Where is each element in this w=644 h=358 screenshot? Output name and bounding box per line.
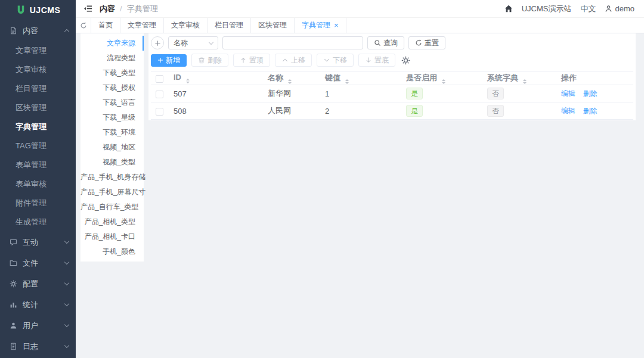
- chevron-down-icon: [64, 343, 69, 348]
- sort-carets[interactable]: [442, 79, 445, 84]
- site-link[interactable]: UJCMS演示站: [522, 4, 572, 14]
- sort-carets[interactable]: [186, 79, 190, 83]
- dict-type-item[interactable]: 文章来源: [80, 36, 144, 51]
- column-label: 键值: [325, 73, 340, 82]
- sort-carets[interactable]: [523, 79, 527, 84]
- sidebar-item-label: 附件管理: [16, 198, 47, 208]
- dict-type-item[interactable]: 下载_环境: [80, 125, 144, 140]
- delete-link[interactable]: 删除: [583, 107, 597, 115]
- dict-type-label: 产品_自行车_类型: [80, 203, 138, 211]
- sidebar-item[interactable]: 统计: [0, 294, 76, 315]
- move-bottom-button[interactable]: 置底: [358, 54, 395, 67]
- chart-icon: [10, 301, 17, 309]
- cell-value: 1: [319, 85, 400, 102]
- sidebar-item[interactable]: 日志: [0, 336, 76, 357]
- delete-button[interactable]: 删除: [191, 54, 228, 67]
- tab[interactable]: 文章管理: [120, 18, 164, 33]
- user-icon: [10, 322, 17, 329]
- add-filter-button[interactable]: [151, 36, 164, 49]
- dict-type-item[interactable]: 下载_授权: [80, 80, 144, 95]
- sidebar-item[interactable]: 互动: [0, 232, 76, 253]
- sidebar-item[interactable]: 内容: [0, 20, 76, 41]
- column-header[interactable]: 键值: [319, 71, 400, 85]
- tab[interactable]: 栏目管理: [208, 18, 251, 33]
- select-all-checkbox[interactable]: [156, 75, 163, 83]
- query-button[interactable]: 查询: [367, 36, 404, 49]
- reset-button[interactable]: 重置: [408, 36, 445, 49]
- sidebar-item[interactable]: 字典管理: [0, 117, 76, 136]
- edit-link[interactable]: 编辑: [561, 107, 575, 115]
- table-row: 508 人民网 2 是 否 编辑 删除: [151, 102, 633, 120]
- sidebar-item[interactable]: 表单审核: [0, 175, 76, 194]
- delete-link[interactable]: 删除: [583, 89, 597, 98]
- arrow-down-icon: [365, 57, 372, 64]
- sidebar-item[interactable]: 文件: [0, 253, 76, 273]
- dict-type-label: 产品_相机_卡口: [85, 232, 135, 241]
- sidebar-fold-button[interactable]: [83, 5, 92, 13]
- document-icon: [10, 27, 17, 35]
- dict-type-item[interactable]: 产品_手机_机身存储: [80, 170, 144, 185]
- tab[interactable]: 字典管理: [295, 18, 346, 33]
- dict-type-item[interactable]: 产品_相机_卡口: [80, 229, 144, 244]
- dict-type-label: 下载_授权: [103, 83, 135, 92]
- chevron-down-icon: [64, 301, 69, 306]
- move-up-button[interactable]: 上移: [275, 54, 312, 67]
- tab[interactable]: 文章审核: [164, 18, 208, 33]
- column-header[interactable]: 名称: [262, 71, 319, 85]
- brand-logo[interactable]: UJCMS: [0, 1, 76, 19]
- sidebar-item[interactable]: 配置: [0, 273, 76, 294]
- tab[interactable]: 区块管理: [251, 18, 295, 33]
- tab[interactable]: 首页: [91, 18, 120, 33]
- add-button[interactable]: 新增: [151, 54, 187, 67]
- header-actions: UJCMS演示站 中文 demo: [504, 4, 634, 14]
- column-header[interactable]: 操作: [555, 71, 633, 85]
- dict-type-item[interactable]: 手机_颜色: [80, 244, 144, 259]
- refresh-tabs-button[interactable]: [76, 18, 91, 33]
- filter-value-input[interactable]: [222, 36, 363, 49]
- column-header[interactable]: 是否启用: [400, 71, 481, 85]
- home-button[interactable]: [504, 5, 513, 13]
- dict-type-label: 视频_类型: [103, 158, 135, 166]
- dict-type-item[interactable]: 产品_相机_类型: [80, 214, 144, 229]
- move-down-button[interactable]: 下移: [317, 54, 354, 67]
- move-top-button[interactable]: 置顶: [233, 54, 270, 67]
- row-checkbox[interactable]: [156, 108, 163, 116]
- filter-field-select[interactable]: 名称: [168, 36, 218, 49]
- breadcrumb-menu[interactable]: 内容: [100, 4, 115, 14]
- sidebar-item[interactable]: 表单管理: [0, 155, 76, 175]
- language-switch[interactable]: 中文: [580, 4, 596, 14]
- sidebar-item[interactable]: 文章审核: [0, 60, 76, 79]
- brand-name: UJCMS: [30, 5, 61, 15]
- dict-type-item[interactable]: 产品_手机_屏幕尺寸: [80, 185, 144, 200]
- tab-label: 区块管理: [258, 20, 287, 30]
- dict-type-item[interactable]: 视频_地区: [80, 140, 144, 155]
- sidebar-item[interactable]: 文章管理: [0, 41, 76, 60]
- row-checkbox[interactable]: [156, 91, 163, 98]
- column-label: ID: [174, 73, 181, 82]
- sort-carets[interactable]: [288, 79, 292, 84]
- column-label: 操作: [561, 73, 577, 82]
- gear-icon: [401, 56, 410, 65]
- sort-carets[interactable]: [345, 79, 349, 84]
- column-settings-button[interactable]: [401, 56, 410, 65]
- user-menu[interactable]: demo: [605, 4, 634, 13]
- sidebar-item[interactable]: 生成管理: [0, 213, 76, 232]
- dict-type-item[interactable]: 流程类型: [80, 51, 144, 66]
- edit-link[interactable]: 编辑: [561, 89, 575, 98]
- column-header[interactable]: ID: [168, 71, 262, 85]
- dict-type-item[interactable]: 下载_类型: [80, 66, 144, 80]
- sidebar-item[interactable]: 区块管理: [0, 98, 76, 117]
- cell-id: 507: [168, 85, 262, 102]
- close-icon[interactable]: [334, 21, 339, 29]
- sidebar-item[interactable]: 附件管理: [0, 194, 76, 213]
- dict-type-item[interactable]: 产品_自行车_类型: [80, 200, 144, 214]
- chevron-down-icon: [64, 239, 69, 244]
- dict-type-item[interactable]: 视频_类型: [80, 155, 144, 170]
- sidebar-item[interactable]: 用户: [0, 315, 76, 336]
- dict-type-item[interactable]: 下载_语言: [80, 95, 144, 110]
- dict-type-item[interactable]: 下载_星级: [80, 110, 144, 125]
- column-header[interactable]: 系统字典: [481, 71, 555, 85]
- sidebar-item[interactable]: TAG管理: [0, 136, 76, 155]
- arrow-up-icon: [240, 57, 247, 64]
- sidebar-item[interactable]: 栏目管理: [0, 79, 76, 98]
